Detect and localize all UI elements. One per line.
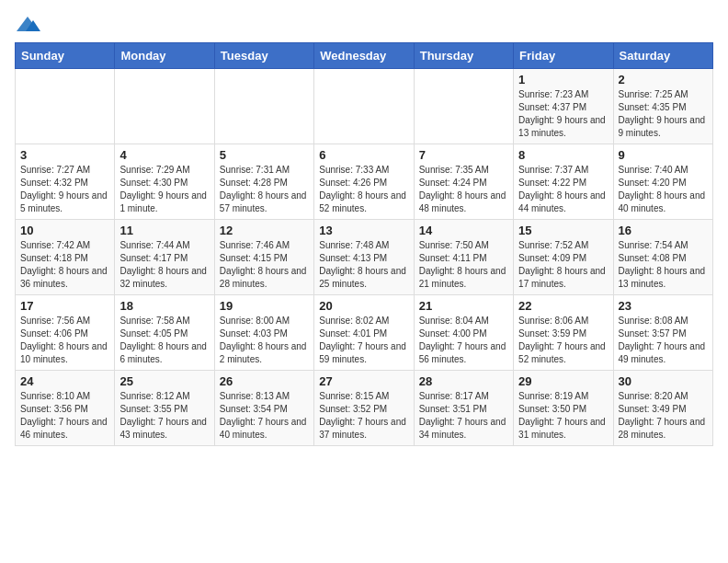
day-cell: 27Sunrise: 8:15 AMSunset: 3:52 PMDayligh… — [314, 371, 414, 446]
day-cell: 17Sunrise: 7:56 AMSunset: 4:06 PMDayligh… — [16, 295, 115, 371]
day-number: 28 — [419, 374, 508, 388]
day-info: Sunrise: 7:46 AMSunset: 4:15 PMDaylight:… — [220, 239, 309, 291]
day-info: Sunrise: 7:37 AMSunset: 4:22 PMDaylight:… — [518, 164, 608, 215]
day-number: 4 — [119, 148, 209, 162]
day-cell: 1Sunrise: 7:23 AMSunset: 4:37 PMDaylight… — [514, 69, 613, 144]
day-cell: 22Sunrise: 8:06 AMSunset: 3:59 PMDayligh… — [514, 295, 613, 371]
day-info: Sunrise: 8:12 AMSunset: 3:55 PMDaylight:… — [119, 390, 209, 442]
day-info: Sunrise: 7:58 AMSunset: 4:05 PMDaylight:… — [119, 315, 209, 366]
day-number: 3 — [20, 148, 109, 162]
day-info: Sunrise: 7:31 AMSunset: 4:28 PMDaylight:… — [220, 164, 309, 215]
week-row-2: 3Sunrise: 7:27 AMSunset: 4:32 PMDaylight… — [16, 144, 713, 220]
day-number: 21 — [419, 299, 508, 313]
day-cell: 14Sunrise: 7:50 AMSunset: 4:11 PMDayligh… — [414, 220, 513, 295]
day-number: 13 — [319, 224, 408, 237]
day-info: Sunrise: 8:04 AMSunset: 4:00 PMDaylight:… — [419, 315, 508, 366]
header-thursday: Thursday — [414, 43, 513, 69]
day-cell: 23Sunrise: 8:08 AMSunset: 3:57 PMDayligh… — [613, 295, 712, 371]
calendar-table: SundayMondayTuesdayWednesdayThursdayFrid… — [15, 42, 713, 446]
week-row-1: 1Sunrise: 7:23 AMSunset: 4:37 PMDaylight… — [16, 69, 713, 144]
day-info: Sunrise: 7:52 AMSunset: 4:09 PMDaylight:… — [518, 239, 608, 291]
header-tuesday: Tuesday — [214, 43, 313, 69]
header-sunday: Sunday — [16, 43, 115, 69]
day-cell: 26Sunrise: 8:13 AMSunset: 3:54 PMDayligh… — [214, 371, 313, 446]
day-info: Sunrise: 8:10 AMSunset: 3:56 PMDaylight:… — [20, 390, 109, 442]
day-number: 22 — [518, 299, 608, 313]
day-info: Sunrise: 8:02 AMSunset: 4:01 PMDaylight:… — [319, 315, 408, 366]
week-row-3: 10Sunrise: 7:42 AMSunset: 4:18 PMDayligh… — [16, 220, 713, 295]
day-number: 18 — [119, 299, 209, 313]
day-number: 30 — [619, 374, 708, 388]
day-cell — [314, 69, 414, 144]
logo — [15, 15, 42, 35]
day-number: 14 — [419, 224, 508, 237]
day-cell: 25Sunrise: 8:12 AMSunset: 3:55 PMDayligh… — [115, 371, 214, 446]
day-cell: 29Sunrise: 8:19 AMSunset: 3:50 PMDayligh… — [514, 371, 613, 446]
day-cell: 9Sunrise: 7:40 AMSunset: 4:20 PMDaylight… — [613, 144, 712, 220]
day-info: Sunrise: 8:20 AMSunset: 3:49 PMDaylight:… — [619, 390, 708, 442]
day-info: Sunrise: 7:54 AMSunset: 4:08 PMDaylight:… — [619, 239, 708, 291]
day-cell: 11Sunrise: 7:44 AMSunset: 4:17 PMDayligh… — [115, 220, 214, 295]
day-number: 12 — [220, 224, 309, 237]
week-row-4: 17Sunrise: 7:56 AMSunset: 4:06 PMDayligh… — [16, 295, 713, 371]
day-cell: 13Sunrise: 7:48 AMSunset: 4:13 PMDayligh… — [314, 220, 414, 295]
day-cell — [16, 69, 115, 144]
day-info: Sunrise: 8:08 AMSunset: 3:57 PMDaylight:… — [619, 315, 708, 366]
day-number: 26 — [220, 374, 309, 388]
day-cell: 6Sunrise: 7:33 AMSunset: 4:26 PMDaylight… — [314, 144, 414, 220]
day-cell: 3Sunrise: 7:27 AMSunset: 4:32 PMDaylight… — [16, 144, 115, 220]
day-cell — [214, 69, 313, 144]
day-cell: 12Sunrise: 7:46 AMSunset: 4:15 PMDayligh… — [214, 220, 313, 295]
header-saturday: Saturday — [613, 43, 712, 69]
day-number: 27 — [319, 374, 408, 388]
day-cell: 30Sunrise: 8:20 AMSunset: 3:49 PMDayligh… — [613, 371, 712, 446]
day-cell — [414, 69, 513, 144]
day-info: Sunrise: 7:48 AMSunset: 4:13 PMDaylight:… — [319, 239, 408, 291]
day-info: Sunrise: 8:00 AMSunset: 4:03 PMDaylight:… — [220, 315, 309, 366]
day-info: Sunrise: 7:40 AMSunset: 4:20 PMDaylight:… — [619, 164, 708, 215]
day-cell: 8Sunrise: 7:37 AMSunset: 4:22 PMDaylight… — [514, 144, 613, 220]
day-info: Sunrise: 7:33 AMSunset: 4:26 PMDaylight:… — [319, 164, 408, 215]
day-info: Sunrise: 7:23 AMSunset: 4:37 PMDaylight:… — [518, 88, 608, 140]
day-info: Sunrise: 7:25 AMSunset: 4:35 PMDaylight:… — [619, 88, 708, 140]
calendar-header-row: SundayMondayTuesdayWednesdayThursdayFrid… — [16, 43, 713, 69]
day-number: 7 — [419, 148, 508, 162]
day-number: 8 — [518, 148, 608, 162]
day-info: Sunrise: 8:13 AMSunset: 3:54 PMDaylight:… — [220, 390, 309, 442]
day-cell: 15Sunrise: 7:52 AMSunset: 4:09 PMDayligh… — [514, 220, 613, 295]
day-number: 2 — [619, 73, 708, 86]
day-info: Sunrise: 7:29 AMSunset: 4:30 PMDaylight:… — [119, 164, 209, 215]
day-info: Sunrise: 7:27 AMSunset: 4:32 PMDaylight:… — [20, 164, 109, 215]
day-number: 10 — [20, 224, 109, 237]
day-number: 15 — [518, 224, 608, 237]
day-cell: 10Sunrise: 7:42 AMSunset: 4:18 PMDayligh… — [16, 220, 115, 295]
day-number: 20 — [319, 299, 408, 313]
day-cell: 21Sunrise: 8:04 AMSunset: 4:00 PMDayligh… — [414, 295, 513, 371]
day-cell: 16Sunrise: 7:54 AMSunset: 4:08 PMDayligh… — [613, 220, 712, 295]
day-number: 5 — [220, 148, 309, 162]
day-cell: 4Sunrise: 7:29 AMSunset: 4:30 PMDaylight… — [115, 144, 214, 220]
day-number: 17 — [20, 299, 109, 313]
day-info: Sunrise: 7:35 AMSunset: 4:24 PMDaylight:… — [419, 164, 508, 215]
day-info: Sunrise: 8:19 AMSunset: 3:50 PMDaylight:… — [518, 390, 608, 442]
header-wednesday: Wednesday — [314, 43, 414, 69]
day-info: Sunrise: 7:42 AMSunset: 4:18 PMDaylight:… — [20, 239, 109, 291]
day-cell: 20Sunrise: 8:02 AMSunset: 4:01 PMDayligh… — [314, 295, 414, 371]
day-number: 6 — [319, 148, 408, 162]
day-info: Sunrise: 7:44 AMSunset: 4:17 PMDaylight:… — [119, 239, 209, 291]
day-cell: 28Sunrise: 8:17 AMSunset: 3:51 PMDayligh… — [414, 371, 513, 446]
day-number: 11 — [119, 224, 209, 237]
day-info: Sunrise: 7:56 AMSunset: 4:06 PMDaylight:… — [20, 315, 109, 366]
day-cell: 2Sunrise: 7:25 AMSunset: 4:35 PMDaylight… — [613, 69, 712, 144]
day-info: Sunrise: 8:15 AMSunset: 3:52 PMDaylight:… — [319, 390, 408, 442]
day-info: Sunrise: 7:50 AMSunset: 4:11 PMDaylight:… — [419, 239, 508, 291]
day-number: 9 — [619, 148, 708, 162]
header-monday: Monday — [115, 43, 214, 69]
day-number: 16 — [619, 224, 708, 237]
header-friday: Friday — [514, 43, 613, 69]
day-number: 25 — [119, 374, 209, 388]
week-row-5: 24Sunrise: 8:10 AMSunset: 3:56 PMDayligh… — [16, 371, 713, 446]
header — [15, 15, 713, 35]
day-number: 24 — [20, 374, 109, 388]
day-cell — [115, 69, 214, 144]
